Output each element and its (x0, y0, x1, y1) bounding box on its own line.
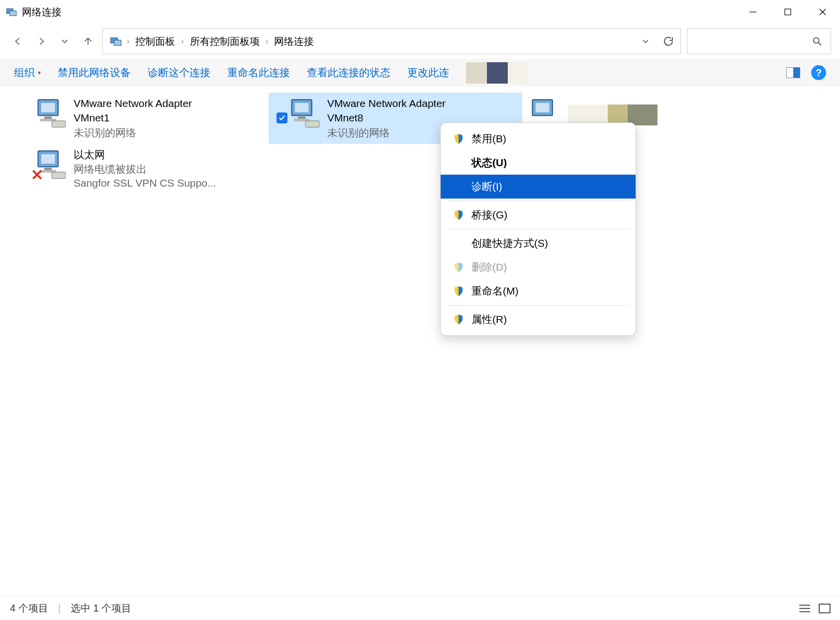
svg-rect-26 (52, 172, 66, 178)
breadcrumb-item[interactable]: 控制面板 (135, 35, 175, 48)
status-selected-count: 选中 1 个项目 (71, 602, 131, 615)
toolbar-label: 重命名此连接 (227, 66, 290, 80)
menu-properties[interactable]: 属性(R) (441, 308, 636, 331)
svg-rect-7 (114, 40, 121, 46)
shield-icon (453, 313, 465, 325)
svg-rect-12 (44, 116, 52, 118)
titlebar: 网络连接 (0, 0, 840, 24)
help-icon[interactable]: ? (811, 65, 826, 80)
chevron-right-icon: › (266, 37, 268, 46)
network-adapter-icon: ✕ (34, 148, 68, 182)
menu-delete: 删除(D) (441, 255, 636, 279)
svg-line-9 (819, 43, 822, 46)
view-details-icon[interactable] (798, 603, 811, 614)
obscured-region (466, 62, 530, 84)
adapter-sub1: 网络电缆被拔出 (74, 162, 216, 176)
menu-label: 状态(U) (471, 156, 507, 170)
view-large-icon[interactable] (818, 603, 831, 614)
menu-status[interactable]: 状态(U) (441, 151, 636, 175)
up-button[interactable] (79, 33, 96, 50)
error-x-icon: ✕ (31, 166, 43, 184)
disable-device-button[interactable]: 禁用此网络设备 (58, 66, 131, 80)
adapter-title: 以太网 (74, 148, 216, 161)
adapter-title: VMware Network Adapter (74, 97, 192, 110)
svg-rect-30 (819, 604, 830, 613)
search-input[interactable] (687, 28, 831, 54)
svg-rect-21 (536, 103, 550, 112)
status-item-count: 4 个项目 (10, 602, 48, 615)
recent-dropdown[interactable] (56, 33, 73, 50)
menu-label: 桥接(G) (471, 208, 507, 222)
menu-separator (447, 229, 630, 229)
svg-rect-11 (41, 103, 55, 112)
content-area: VMware Network Adapter VMnet1 未识别的网络 VMw… (0, 87, 840, 596)
addressbar[interactable]: › 控制面板 › 所有控制面板项 › 网络连接 (102, 28, 681, 54)
toolbar-label: 诊断这个连接 (148, 66, 210, 80)
svg-rect-19 (305, 121, 319, 127)
menu-bridge[interactable]: 桥接(G) (441, 203, 636, 227)
menu-rename[interactable]: 重命名(M) (441, 279, 636, 303)
diagnose-button[interactable]: 诊断这个连接 (148, 66, 210, 80)
navbar: › 控制面板 › 所有控制面板项 › 网络连接 (0, 24, 840, 59)
chevron-down-icon[interactable] (641, 36, 651, 46)
menu-label: 属性(R) (471, 312, 507, 326)
statusbar: 4 个项目 | 选中 1 个项目 (0, 596, 840, 620)
addressbar-right (641, 35, 674, 47)
window: 网络连接 › 控制面板 › 所有控制面板项 › 网络连接 (0, 0, 840, 620)
shield-icon (453, 133, 465, 145)
menu-label: 创建快捷方式(S) (471, 236, 548, 250)
forward-button[interactable] (32, 33, 50, 50)
svg-rect-24 (44, 168, 52, 170)
menu-separator (447, 201, 630, 201)
adapter-grid: VMware Network Adapter VMnet1 未识别的网络 VMw… (15, 93, 825, 193)
search-icon (812, 36, 823, 47)
svg-point-8 (814, 38, 819, 43)
adapter-title2: VMnet8 (327, 111, 446, 124)
organize-button[interactable]: 组织 ▾ (14, 66, 41, 80)
shield-icon (453, 209, 465, 221)
toolbar-right: ? (786, 65, 826, 80)
svg-rect-17 (298, 116, 305, 118)
network-adapter-icon (34, 97, 68, 130)
window-controls (736, 0, 840, 24)
adapter-item-ethernet[interactable]: ✕ 以太网 网络电缆被拔出 Sangfor SSL VPN CS Suppo..… (15, 144, 269, 193)
context-menu: 禁用(B) 状态(U) 诊断(I) 桥接(G) 创建快捷方式(S) 删除(D) (440, 122, 636, 336)
toolbar: 组织 ▾ 禁用此网络设备 诊断这个连接 重命名此连接 查看此连接的状态 更改此连… (0, 59, 840, 87)
adapter-sub: 未识别的网络 (327, 126, 446, 140)
shield-icon (453, 285, 465, 297)
svg-rect-23 (41, 154, 55, 163)
app-icon (5, 5, 18, 18)
menu-diagnose[interactable]: 诊断(I) (441, 175, 636, 199)
back-button[interactable] (9, 33, 26, 50)
close-button[interactable] (805, 0, 840, 24)
minimize-button[interactable] (736, 0, 770, 24)
view-status-button[interactable]: 查看此连接的状态 (307, 66, 390, 80)
breadcrumb-item[interactable]: 所有控制面板项 (190, 35, 260, 48)
status-right (798, 603, 831, 614)
breadcrumb: › 控制面板 › 所有控制面板项 › 网络连接 (127, 35, 314, 48)
change-settings-button[interactable]: 更改此连 (407, 66, 449, 80)
menu-label: 重命名(M) (471, 284, 518, 298)
menu-label: 诊断(I) (471, 180, 502, 194)
network-adapter-icon (287, 97, 321, 130)
adapter-item-vmnet1[interactable]: VMware Network Adapter VMnet1 未识别的网络 (15, 93, 269, 144)
checkbox-checked-icon (277, 112, 287, 123)
toolbar-label: 禁用此网络设备 (58, 66, 131, 80)
refresh-icon[interactable] (662, 35, 674, 47)
maximize-button[interactable] (770, 0, 805, 24)
menu-separator (447, 305, 630, 306)
adapter-text: 以太网 网络电缆被拔出 Sangfor SSL VPN CS Suppo... (74, 148, 216, 189)
menu-create-shortcut[interactable]: 创建快捷方式(S) (441, 231, 636, 255)
adapter-title2: VMnet1 (74, 111, 192, 124)
adapter-sub: 未识别的网络 (74, 126, 192, 140)
menu-disable[interactable]: 禁用(B) (441, 127, 636, 151)
toolbar-label: 组织 (14, 66, 35, 80)
view-toggle[interactable] (786, 67, 800, 78)
breadcrumb-item[interactable]: 网络连接 (274, 35, 314, 48)
adapter-text: VMware Network Adapter VMnet8 未识别的网络 (327, 97, 446, 140)
svg-rect-16 (295, 103, 309, 112)
window-title: 网络连接 (22, 5, 62, 19)
svg-rect-3 (785, 9, 791, 15)
rename-button[interactable]: 重命名此连接 (227, 66, 290, 80)
menu-label: 禁用(B) (471, 132, 506, 146)
